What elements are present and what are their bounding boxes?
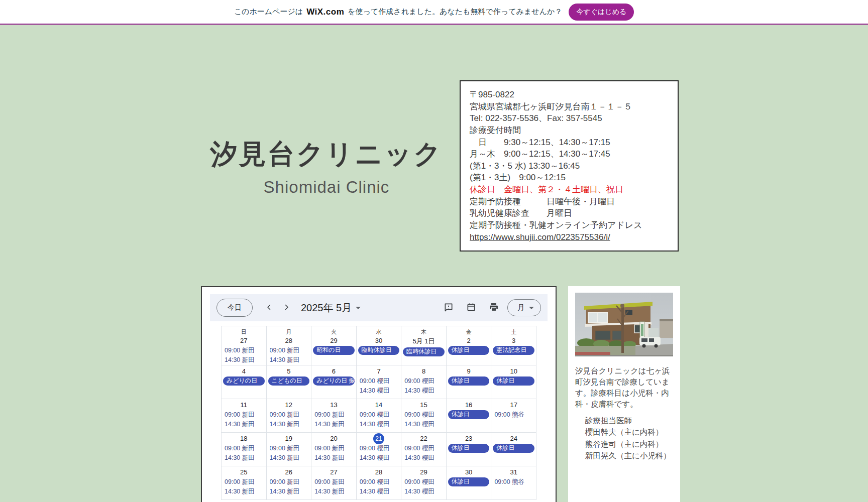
allday-event[interactable]: 臨時休診日 bbox=[358, 346, 400, 355]
timed-event[interactable]: 14:30 新田 bbox=[314, 420, 355, 429]
timed-event[interactable]: 14:30 櫻田 bbox=[360, 386, 400, 396]
print-button[interactable] bbox=[489, 302, 499, 314]
prev-month-button[interactable] bbox=[261, 303, 278, 313]
timed-event[interactable]: 14:30 櫻田 bbox=[404, 386, 445, 396]
timed-event[interactable]: 09:00 櫻田 bbox=[404, 376, 445, 386]
allday-event[interactable]: みどりの日 振替休日 bbox=[313, 376, 355, 386]
date-label[interactable]: 4 bbox=[222, 367, 266, 375]
timed-event[interactable]: 09:00 櫻田 bbox=[360, 444, 400, 453]
date-label[interactable]: 13 bbox=[311, 401, 356, 409]
date-label[interactable]: 29 bbox=[401, 468, 446, 476]
timed-event[interactable]: 09:00 新田 bbox=[270, 444, 310, 453]
date-label[interactable]: 30 bbox=[447, 468, 491, 476]
date-label[interactable]: 2 bbox=[447, 337, 491, 344]
timed-event[interactable]: 09:00 新田 bbox=[225, 410, 265, 420]
timed-event[interactable]: 14:30 新田 bbox=[225, 453, 265, 463]
timed-event[interactable]: 09:00 櫻田 bbox=[360, 376, 400, 386]
online-reservation-link[interactable]: https://www.shujii.com/0223575536/i/ bbox=[470, 231, 669, 243]
allday-event[interactable]: みどりの日 bbox=[223, 376, 265, 386]
timed-event[interactable]: 09:00 新田 bbox=[314, 444, 355, 453]
allday-event[interactable]: 休診日 bbox=[493, 376, 534, 386]
allday-event[interactable]: 臨時休診日 bbox=[403, 347, 445, 356]
timed-event[interactable]: 09:00 新田 bbox=[270, 410, 310, 420]
allday-event[interactable]: 憲法記念日 bbox=[493, 346, 534, 355]
wix-signup-button[interactable]: 今すぐはじめる bbox=[569, 4, 634, 21]
timed-event[interactable]: 09:00 新田 bbox=[270, 346, 310, 355]
timed-event[interactable]: 14:30 新田 bbox=[270, 355, 310, 365]
today-button[interactable]: 今日 bbox=[216, 299, 253, 317]
timed-event[interactable]: 09:00 櫻田 bbox=[404, 444, 445, 453]
timed-event[interactable]: 09:00 新田 bbox=[225, 346, 265, 355]
datepicker-button[interactable] bbox=[466, 302, 476, 314]
date-label[interactable]: 5月 1日 bbox=[401, 337, 446, 346]
timed-event[interactable]: 09:00 新田 bbox=[314, 477, 355, 487]
allday-event[interactable]: 休診日 bbox=[448, 444, 490, 453]
date-label[interactable]: 20 bbox=[311, 435, 356, 442]
view-dropdown[interactable]: 月 bbox=[507, 299, 541, 316]
date-label[interactable]: 10 bbox=[491, 367, 536, 375]
date-label[interactable]: 27 bbox=[311, 468, 356, 476]
timed-event[interactable]: 09:00 櫻田 bbox=[360, 410, 400, 420]
date-label[interactable]: 15 bbox=[401, 401, 446, 409]
date-label[interactable]: 16 bbox=[447, 401, 491, 409]
date-label[interactable]: 28 bbox=[357, 468, 401, 476]
date-label[interactable]: 26 bbox=[267, 468, 311, 476]
timed-event[interactable]: 09:00 新田 bbox=[270, 477, 310, 487]
date-label[interactable]: 31 bbox=[491, 468, 536, 476]
timed-event[interactable]: 09:00 新田 bbox=[314, 410, 355, 420]
date-label[interactable]: 27 bbox=[222, 337, 266, 344]
date-label[interactable]: 14 bbox=[357, 401, 401, 409]
date-label[interactable]: 5 bbox=[267, 367, 311, 375]
date-label[interactable]: 3 bbox=[491, 337, 536, 344]
timed-event[interactable]: 14:30 櫻田 bbox=[404, 487, 445, 496]
timed-event[interactable]: 14:30 新田 bbox=[270, 453, 310, 463]
date-label[interactable]: 23 bbox=[447, 435, 491, 442]
date-label[interactable]: 21 bbox=[357, 435, 401, 442]
timed-event[interactable]: 09:00 櫻田 bbox=[360, 477, 400, 487]
timed-event[interactable]: 09:00 新田 bbox=[225, 444, 265, 453]
timed-event[interactable]: 09:00 櫻田 bbox=[404, 410, 445, 420]
timed-event[interactable]: 14:30 新田 bbox=[270, 487, 310, 496]
date-label[interactable]: 18 bbox=[222, 435, 266, 442]
allday-event[interactable]: 休診日 bbox=[493, 444, 534, 453]
date-label[interactable]: 19 bbox=[267, 435, 311, 442]
allday-event[interactable]: 休診日 bbox=[448, 477, 490, 486]
today-badge[interactable]: 21 bbox=[373, 433, 384, 444]
allday-event[interactable]: 休診日 bbox=[448, 410, 490, 419]
date-label[interactable]: 11 bbox=[222, 401, 266, 409]
timed-event[interactable]: 09:00 熊谷 bbox=[494, 477, 535, 487]
date-label[interactable]: 12 bbox=[267, 401, 311, 409]
next-month-button[interactable] bbox=[278, 303, 295, 313]
allday-event[interactable]: 休診日 bbox=[448, 346, 490, 355]
timed-event[interactable]: 14:30 櫻田 bbox=[360, 420, 400, 429]
date-label[interactable]: 22 bbox=[401, 435, 446, 442]
allday-event[interactable]: 休診日 bbox=[448, 376, 490, 386]
allday-event[interactable]: こどもの日 bbox=[268, 376, 310, 386]
timed-event[interactable]: 14:30 新田 bbox=[225, 487, 265, 496]
timed-event[interactable]: 14:30 新田 bbox=[314, 487, 355, 496]
timed-event[interactable]: 14:30 新田 bbox=[225, 420, 265, 429]
feedback-button[interactable] bbox=[444, 302, 454, 314]
date-label[interactable]: 30 bbox=[357, 337, 401, 344]
date-label[interactable]: 28 bbox=[267, 337, 311, 344]
date-label[interactable]: 24 bbox=[491, 435, 536, 442]
calendar-month-selector[interactable]: 2025年 5月 bbox=[301, 301, 361, 315]
timed-event[interactable]: 14:30 櫻田 bbox=[360, 487, 400, 496]
date-label[interactable]: 9 bbox=[447, 367, 491, 375]
timed-event[interactable]: 09:00 櫻田 bbox=[404, 477, 445, 487]
timed-event[interactable]: 14:30 新田 bbox=[314, 453, 355, 463]
date-label[interactable]: 8 bbox=[401, 367, 446, 375]
timed-event[interactable]: 14:30 新田 bbox=[270, 420, 310, 429]
timed-event[interactable]: 14:30 新田 bbox=[225, 355, 265, 365]
date-label[interactable]: 29 bbox=[311, 337, 356, 344]
timed-event[interactable]: 14:30 櫻田 bbox=[404, 420, 445, 429]
date-label[interactable]: 7 bbox=[357, 367, 401, 375]
date-label[interactable]: 17 bbox=[491, 401, 536, 409]
timed-event[interactable]: 14:30 櫻田 bbox=[360, 453, 400, 463]
timed-event[interactable]: 09:00 熊谷 bbox=[494, 410, 535, 420]
date-label[interactable]: 25 bbox=[222, 468, 266, 476]
allday-event[interactable]: 昭和の日 bbox=[313, 346, 355, 355]
timed-event[interactable]: 14:30 櫻田 bbox=[404, 453, 445, 463]
date-label[interactable]: 6 bbox=[311, 367, 356, 375]
timed-event[interactable]: 09:00 新田 bbox=[225, 477, 265, 487]
